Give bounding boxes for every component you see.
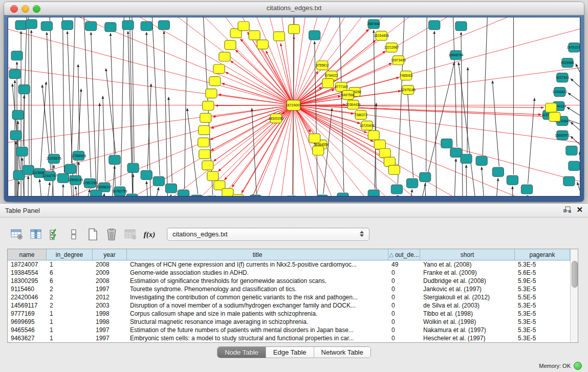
graph-node[interactable] [209,77,221,86]
graph-node[interactable] [322,79,334,88]
table-row[interactable]: 1938455462009Genome-wide association stu… [8,269,570,277]
graph-node[interactable]: 9329966 [561,58,574,68]
table-row[interactable]: 911546021997Tourette syndrome. Phenomeno… [8,285,570,293]
float-panel-icon[interactable] [563,206,571,213]
table-row[interactable]: 1456911722003Disruption of a novel membe… [8,301,570,310]
graph-node[interactable] [122,20,134,30]
graph-node[interactable]: 12975185 [401,85,416,95]
network-graph-svg[interactable]: 2887682111568692020657617359928123427571… [8,17,580,196]
graph-node[interactable] [26,19,37,29]
graph-node[interactable]: 17359928 [71,151,86,160]
tab-node-table[interactable]: Node Table [217,347,266,358]
graph-node[interactable]: 7386372 [354,110,367,119]
function-builder-icon[interactable]: f(x) [142,227,157,242]
graph-node[interactable]: 16782759 [112,187,127,196]
graph-node[interactable] [429,20,440,30]
graph-node[interactable] [219,52,230,61]
graph-node[interactable] [41,21,52,31]
table-row[interactable]: 1830029562008Estimation of significance … [8,277,570,285]
table-row[interactable]: 946554611997Estimation of the future num… [8,326,570,334]
window-titlebar[interactable]: citations_edges.txt [4,2,584,15]
delete-column-icon[interactable] [104,227,119,242]
graph-node[interactable]: 2887682 [367,19,380,29]
graph-node[interactable] [257,40,268,49]
graph-node[interactable]: 20206576 [47,154,61,163]
column-header-pagerank[interactable]: pagerank [515,249,570,260]
graph-node[interactable] [492,167,504,177]
graph-node[interactable] [153,177,164,186]
graph-node[interactable] [191,195,203,196]
graph-node[interactable] [379,148,390,158]
graph-node[interactable] [461,154,472,163]
graph-node[interactable] [105,23,116,32]
graph-node[interactable] [9,70,20,79]
graph-node[interactable]: 20364436 [346,100,361,110]
graph-node[interactable]: 9777169 [335,82,348,92]
network-canvas[interactable]: 2887682111568692020657617359928123427571… [8,17,580,196]
graph-node[interactable] [368,130,379,140]
graph-node[interactable] [337,193,349,196]
graph-node[interactable] [391,185,402,194]
column-header-year[interactable]: year [93,249,127,260]
graph-node[interactable] [450,148,462,157]
graph-node[interactable] [250,195,261,196]
graph-node[interactable] [521,185,532,194]
graph-node[interactable] [476,156,487,165]
graph-node[interactable] [232,194,244,196]
graph-node[interactable] [546,103,557,113]
graph-node[interactable]: 10973493 [391,56,406,65]
graph-node[interactable] [198,138,209,147]
graph-node[interactable] [313,146,324,155]
table-options-icon[interactable] [9,227,25,242]
graph-node[interactable] [249,31,260,40]
graph-node[interactable] [158,20,169,30]
graph-node[interactable]: 17957253 [82,179,97,188]
graph-node[interactable]: 7485063 [400,71,413,80]
graph-node[interactable] [91,190,102,196]
graph-node[interactable] [206,89,217,98]
graph-node[interactable]: 18300295 [269,114,284,123]
graph-node[interactable]: 12213967 [384,43,399,52]
graph-node[interactable] [178,190,189,196]
graph-node[interactable]: 16154808 [374,31,389,40]
scrollbar-thumb[interactable] [572,261,578,288]
unselect-all-columns-icon[interactable] [66,227,81,242]
graph-node[interactable] [85,21,97,31]
graph-node[interactable] [222,188,233,196]
table-row[interactable]: 946362711997Embryonic stem cells: a mode… [8,334,570,342]
graph-node[interactable] [441,139,452,148]
column-header-title[interactable]: title [127,249,388,260]
graph-node[interactable]: 12505135 [68,176,83,185]
graph-node[interactable]: 16648784 [448,51,463,60]
graph-node[interactable]: 15692971 [555,130,570,140]
graph-node[interactable] [507,176,518,185]
graph-node[interactable] [288,25,299,34]
graph-node[interactable] [455,21,467,31]
graph-node[interactable]: 19751074 [567,43,580,52]
graph-node[interactable] [57,173,69,183]
graph-node[interactable]: 12093822 [552,87,567,97]
column-header-name[interactable]: name [8,249,47,260]
graph-node[interactable] [126,194,138,196]
graph-node[interactable] [549,112,560,121]
graph-node[interactable] [18,85,30,94]
graph-node[interactable] [199,125,210,135]
graph-node[interactable]: 9755812 [316,61,329,70]
graph-node[interactable] [374,140,385,149]
new-column-icon[interactable] [85,227,100,242]
graph-node[interactable]: 12342757 [42,171,57,181]
table-row[interactable]: 1872400712008Changes of HCN gene express… [8,260,570,269]
vertical-scrollbar[interactable] [570,249,578,342]
graph-node[interactable] [202,161,213,170]
graph-node[interactable] [566,146,577,155]
tab-edge-table[interactable]: Edge Table [266,347,314,358]
graph-node[interactable] [569,161,580,170]
graph-node[interactable] [207,171,219,181]
graph-node[interactable] [384,157,395,166]
table-row[interactable]: 977716911998Corpus callosum shape and si… [8,310,570,318]
graph-node[interactable] [109,155,120,164]
graph-node[interactable] [61,20,73,30]
select-all-columns-icon[interactable] [47,227,62,242]
column-header-out_degree[interactable]: △out_de... [388,249,420,260]
close-panel-icon[interactable]: ✕ [576,206,583,214]
